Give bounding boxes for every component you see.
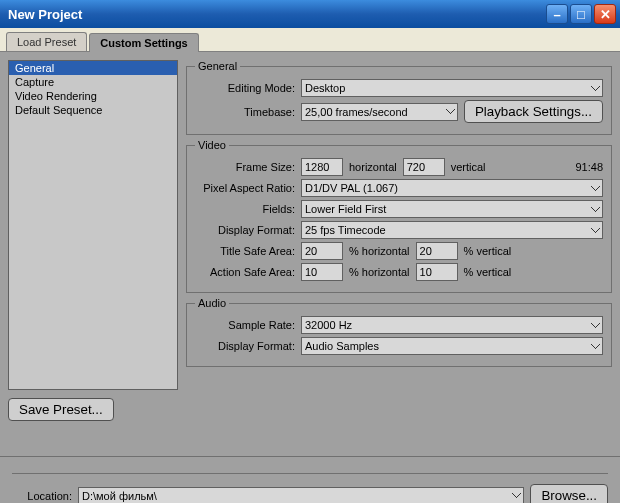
group-video-legend: Video (195, 139, 229, 151)
content-area: General Capture Video Rendering Default … (0, 52, 620, 456)
playback-settings-button[interactable]: Playback Settings... (464, 100, 603, 123)
par-select[interactable]: D1/DV PAL (1.067) (301, 179, 603, 197)
par-label: Pixel Aspect Ratio: (195, 182, 295, 194)
tab-custom-settings[interactable]: Custom Settings (89, 33, 198, 52)
title-safe-h-input[interactable] (301, 242, 343, 260)
location-select[interactable]: D:\мой фильм\ (78, 487, 524, 504)
action-safe-h-input[interactable] (301, 263, 343, 281)
action-safe-v-suffix: % vertical (464, 266, 512, 278)
frame-width-suffix: horizontal (349, 161, 397, 173)
video-dformat-label: Display Format: (195, 224, 295, 236)
title-safe-label: Title Safe Area: (195, 245, 295, 257)
location-label: Location: (12, 490, 72, 502)
aspect-display: 91:48 (575, 161, 603, 173)
sidebar-item-general[interactable]: General (9, 61, 177, 75)
frame-height-suffix: vertical (451, 161, 486, 173)
audio-dformat-select[interactable]: Audio Samples (301, 337, 603, 355)
timebase-label: Timebase: (195, 106, 295, 118)
sample-rate-label: Sample Rate: (195, 319, 295, 331)
maximize-button[interactable]: □ (570, 4, 592, 24)
minimize-button[interactable]: – (546, 4, 568, 24)
browse-button[interactable]: Browse... (530, 484, 608, 503)
titlebar: New Project – □ ✕ (0, 0, 620, 28)
tab-bar: Load Preset Custom Settings (0, 28, 620, 52)
action-safe-label: Action Safe Area: (195, 266, 295, 278)
group-audio: Audio Sample Rate: 32000 Hz Display Form… (186, 297, 612, 367)
bottom-panel: Location: D:\мой фильм\ Browse... Name: … (0, 456, 620, 503)
fields-label: Fields: (195, 203, 295, 215)
group-video: Video Frame Size: horizontal vertical 91… (186, 139, 612, 293)
fields-select[interactable]: Lower Field First (301, 200, 603, 218)
group-audio-legend: Audio (195, 297, 229, 309)
window-title: New Project (8, 7, 544, 22)
frame-height-input[interactable] (403, 158, 445, 176)
title-safe-v-suffix: % vertical (464, 245, 512, 257)
divider (12, 473, 608, 474)
action-safe-h-suffix: % horizontal (349, 266, 410, 278)
editing-mode-select[interactable]: Desktop (301, 79, 603, 97)
title-safe-h-suffix: % horizontal (349, 245, 410, 257)
close-button[interactable]: ✕ (594, 4, 616, 24)
save-preset-button[interactable]: Save Preset... (8, 398, 114, 421)
audio-dformat-label: Display Format: (195, 340, 295, 352)
editing-mode-label: Editing Mode: (195, 82, 295, 94)
group-general: General Editing Mode: Desktop Timebase: … (186, 60, 612, 135)
action-safe-v-input[interactable] (416, 263, 458, 281)
frame-size-label: Frame Size: (195, 161, 295, 173)
video-dformat-select[interactable]: 25 fps Timecode (301, 221, 603, 239)
title-safe-v-input[interactable] (416, 242, 458, 260)
sidebar-item-video-rendering[interactable]: Video Rendering (9, 89, 177, 103)
sample-rate-select[interactable]: 32000 Hz (301, 316, 603, 334)
tab-load-preset[interactable]: Load Preset (6, 32, 87, 51)
frame-width-input[interactable] (301, 158, 343, 176)
settings-sidebar: General Capture Video Rendering Default … (8, 60, 178, 390)
sidebar-item-capture[interactable]: Capture (9, 75, 177, 89)
timebase-select[interactable]: 25,00 frames/second (301, 103, 458, 121)
sidebar-item-default-sequence[interactable]: Default Sequence (9, 103, 177, 117)
group-general-legend: General (195, 60, 240, 72)
